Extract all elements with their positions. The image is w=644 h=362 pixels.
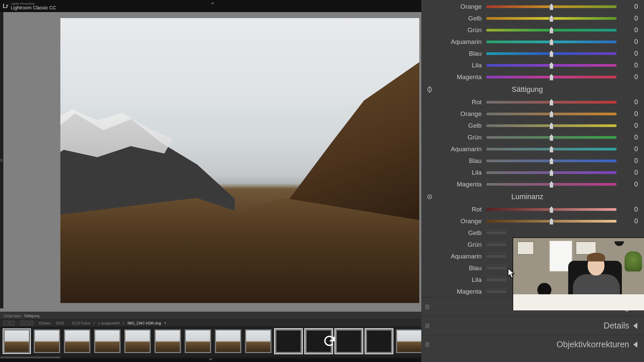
file-menu-icon[interactable]: ▾: [164, 321, 166, 325]
slider-value[interactable]: 0: [621, 205, 638, 213]
panel-switch[interactable]: [425, 304, 430, 310]
slider-track[interactable]: [486, 208, 616, 211]
slider-track[interactable]: [486, 220, 616, 223]
slider-track[interactable]: [486, 136, 616, 139]
thumb-12[interactable]: [335, 329, 362, 353]
slider-value[interactable]: 0: [621, 50, 638, 57]
slider-track[interactable]: [486, 41, 616, 43]
current-file[interactable]: IMG_2347-HDR.dng: [127, 321, 161, 325]
slider-thumb[interactable]: [549, 181, 554, 188]
slider-track[interactable]: [486, 17, 616, 20]
slider-value[interactable]: 0: [621, 133, 638, 141]
slider-track[interactable]: [486, 243, 506, 246]
app-logo: Lr: [3, 3, 8, 10]
panel-objektivkorrekturen[interactable]: Objektivkorrekturen: [421, 335, 644, 354]
target-adjust-lum[interactable]: [426, 192, 433, 202]
slider-thumb[interactable]: [549, 50, 554, 57]
thumb-7[interactable]: [184, 329, 211, 353]
slider-track[interactable]: [486, 101, 616, 104]
filter-icon[interactable]: [30, 321, 34, 325]
slider-track[interactable]: [486, 290, 506, 293]
slider-thumb[interactable]: [549, 218, 554, 225]
slider-thumb[interactable]: [549, 27, 554, 34]
collapse-icon[interactable]: [633, 342, 637, 348]
slider-value[interactable]: 0: [621, 110, 638, 118]
slider-track[interactable]: [486, 5, 616, 8]
slider-thumb[interactable]: [549, 146, 554, 153]
slider-track[interactable]: [486, 279, 506, 281]
view-mode-compare[interactable]: [9, 321, 15, 325]
thumb-8[interactable]: [215, 329, 241, 353]
slider-thumb[interactable]: [549, 62, 554, 69]
slider-track[interactable]: [486, 183, 616, 186]
slider-value[interactable]: 0: [621, 14, 638, 22]
sort-icon[interactable]: [25, 321, 29, 325]
filmstrip-scrollbar[interactable]: [0, 356, 421, 359]
slider-track[interactable]: [486, 148, 616, 150]
slider-value[interactable]: 0: [621, 26, 638, 34]
thumb-1[interactable]: [3, 329, 30, 353]
slider-lum-gelb: Gelb: [421, 227, 644, 239]
slider-thumb[interactable]: [549, 158, 554, 164]
slider-track[interactable]: [486, 29, 616, 32]
view-mode-single[interactable]: [3, 321, 9, 325]
photo-viewer[interactable]: [0, 12, 421, 312]
expand-bottom-icon[interactable]: [0, 359, 421, 362]
slider-value[interactable]: 0: [621, 157, 638, 165]
slider-track[interactable]: [486, 267, 506, 269]
slider-thumb[interactable]: [549, 206, 554, 213]
expand-top-icon[interactable]: [211, 2, 215, 4]
slider-thumb[interactable]: [549, 74, 554, 80]
slider-thumb[interactable]: [549, 15, 554, 22]
slider-thumb[interactable]: [549, 169, 554, 176]
panel-switch[interactable]: [425, 342, 430, 348]
grid-icon[interactable]: [20, 321, 24, 325]
slider-value[interactable]: 0: [621, 3, 638, 10]
slider-value[interactable]: 0: [621, 180, 638, 188]
slider-track[interactable]: [486, 76, 616, 78]
slider-label: Blau: [421, 50, 482, 57]
slider-thumb[interactable]: [549, 39, 554, 45]
slider-track[interactable]: [486, 232, 506, 234]
slider-thumb[interactable]: [549, 99, 554, 106]
thumb-2[interactable]: [34, 329, 60, 353]
slider-thumb[interactable]: [549, 134, 554, 141]
panel-switch[interactable]: [425, 323, 430, 329]
slider-value[interactable]: 0: [621, 169, 638, 176]
slider-track[interactable]: [486, 160, 616, 162]
thumb-13[interactable]: [366, 329, 392, 353]
thumb-14[interactable]: [396, 329, 421, 353]
thumb-10[interactable]: [275, 329, 302, 353]
slider-value[interactable]: 0: [621, 61, 638, 69]
slider-thumb[interactable]: [549, 122, 554, 129]
slider-track[interactable]: [486, 171, 616, 174]
collapse-icon[interactable]: [633, 323, 637, 329]
slider-value[interactable]: 0: [621, 217, 638, 225]
slider-thumb[interactable]: [549, 3, 554, 10]
slider-value[interactable]: 0: [621, 73, 638, 81]
replay-icon[interactable]: [322, 334, 337, 349]
target-adjust-sat[interactable]: [426, 84, 433, 95]
folder-name[interactable]: 2018: [56, 321, 64, 325]
slider-track[interactable]: [486, 255, 506, 258]
slider-track[interactable]: [486, 124, 616, 127]
panel-details[interactable]: Details: [421, 316, 644, 335]
thumb-9[interactable]: [245, 329, 272, 353]
slider-value[interactable]: 0: [621, 145, 638, 153]
target-group-value: Sättigung: [24, 314, 39, 318]
thumb-6[interactable]: [154, 329, 181, 353]
filmstrip[interactable]: [0, 326, 421, 356]
slider-track[interactable]: [486, 52, 616, 55]
slider-value[interactable]: 0: [621, 38, 638, 46]
slider-value[interactable]: 0: [621, 122, 638, 129]
left-rail-expand[interactable]: [0, 12, 3, 308]
slider-track[interactable]: [486, 64, 616, 67]
slider-sat-aquamarin: Aquamarin0: [421, 143, 644, 155]
slider-value[interactable]: 0: [621, 98, 638, 106]
thumb-3[interactable]: [64, 329, 91, 353]
slider-thumb[interactable]: [549, 111, 554, 117]
selected-count: 1 ausgewählt: [98, 321, 120, 325]
thumb-5[interactable]: [124, 329, 151, 353]
slider-track[interactable]: [486, 113, 616, 115]
thumb-4[interactable]: [94, 329, 121, 353]
